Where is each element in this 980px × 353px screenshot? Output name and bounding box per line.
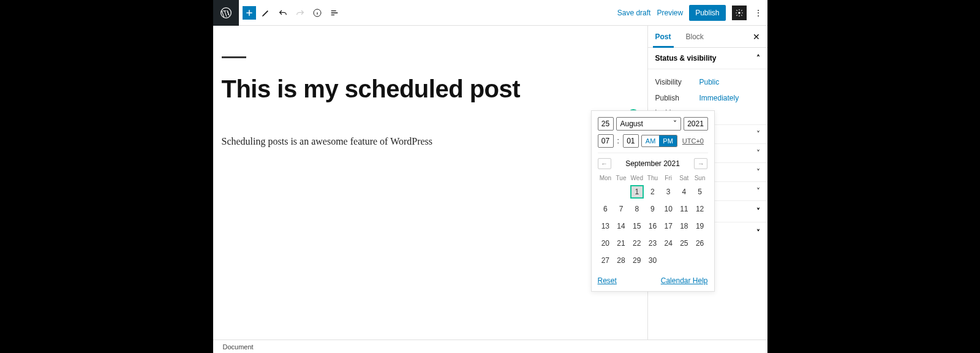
calendar-day[interactable]: 6 [598, 200, 614, 218]
calendar-day[interactable]: 14 [613, 218, 629, 235]
calendar-day[interactable]: 18 [676, 218, 692, 235]
tab-block[interactable]: Block [686, 26, 709, 47]
calendar-day[interactable]: 5 [692, 183, 708, 200]
publish-row: Publish Immediately [655, 90, 760, 106]
more-options-button[interactable]: ⋮ [753, 8, 764, 18]
calendar-day [676, 252, 692, 269]
date-month-select[interactable]: August ˅ [616, 117, 681, 131]
svg-point-2 [738, 12, 741, 14]
calendar-day[interactable]: 11 [676, 200, 692, 218]
publish-button[interactable]: Publish [689, 5, 725, 21]
am-option[interactable]: AM [642, 135, 660, 146]
next-month-button[interactable]: → [694, 158, 707, 169]
calendar-day[interactable]: 23 [645, 235, 661, 252]
calendar-day[interactable]: 22 [629, 235, 645, 252]
publish-value[interactable]: Immediately [699, 94, 739, 102]
redo-button[interactable] [293, 6, 307, 20]
calendar-day[interactable]: 24 [660, 235, 676, 252]
status-visibility-label: Status & visibility [655, 54, 717, 63]
statusbar: Document [213, 340, 767, 353]
calendar-day[interactable]: 3 [660, 183, 676, 200]
ampm-toggle[interactable]: AM PM [641, 135, 677, 147]
chevron-down-icon: ˅ [756, 187, 760, 195]
date-year-input[interactable] [684, 117, 708, 131]
editor-canvas[interactable]: This is my scheduled post Scheduling pos… [213, 26, 647, 340]
time-minute-input[interactable] [623, 134, 639, 148]
calendar-body: 1234567891011121314151617181920212223242… [598, 183, 708, 269]
undo-button[interactable] [276, 6, 290, 20]
calendar-day[interactable]: 13 [598, 218, 614, 235]
calendar-title: September 2021 [625, 159, 680, 168]
settings-button[interactable] [732, 6, 747, 20]
post-title[interactable]: This is my scheduled post [222, 75, 639, 103]
date-day-input[interactable] [598, 117, 614, 131]
breadcrumb[interactable]: Document [223, 343, 254, 351]
calendar-day[interactable]: 26 [692, 235, 708, 252]
time-hour-input[interactable] [598, 134, 614, 148]
calendar-day[interactable]: 29 [629, 252, 645, 269]
outline-button[interactable] [327, 6, 342, 20]
calendar-day [613, 183, 629, 200]
save-draft-button[interactable]: Save draft [617, 9, 651, 17]
prev-month-button[interactable]: ← [598, 158, 611, 169]
calendar-day[interactable]: 21 [613, 235, 629, 252]
chevron-down-icon: ˅ [756, 207, 760, 216]
calendar-day[interactable]: 15 [629, 218, 645, 235]
info-button[interactable] [310, 6, 325, 20]
calendar-separator [598, 153, 708, 153]
chevron-down-icon: ˅ [756, 130, 760, 139]
publish-label: Publish [655, 94, 699, 102]
chevron-down-icon: ˅ [673, 120, 677, 128]
visibility-value[interactable]: Public [699, 78, 720, 86]
calendar-day[interactable]: 1 [629, 183, 645, 200]
timezone-link[interactable]: UTC+0 [682, 137, 704, 145]
calendar-day[interactable]: 2 [645, 183, 661, 200]
calendar-day[interactable]: 27 [598, 252, 614, 269]
status-visibility-header[interactable]: Status & visibility ˄ [648, 48, 767, 69]
chevron-down-icon: ˅ [756, 229, 760, 237]
calendar-day[interactable]: 12 [692, 200, 708, 218]
calendar-day[interactable]: 19 [692, 218, 708, 235]
calendar-day[interactable]: 25 [676, 235, 692, 252]
sidebar-tabs: Post Block ✕ [648, 26, 767, 48]
wordpress-editor: Save draft Preview Publish ⋮ This is my … [213, 0, 767, 353]
calendar-dow: Thu [645, 173, 661, 183]
calendar-nav: ← September 2021 → [598, 158, 708, 169]
calendar-help-link[interactable]: Calendar Help [661, 276, 708, 285]
calendar-day [660, 252, 676, 269]
calendar-day[interactable]: 17 [660, 218, 676, 235]
chevron-up-icon: ˄ [756, 54, 760, 63]
pm-option[interactable]: PM [659, 135, 677, 146]
topbar: Save draft Preview Publish ⋮ [213, 0, 767, 26]
calendar-day[interactable]: 7 [613, 200, 629, 218]
calendar-reset-link[interactable]: Reset [598, 276, 617, 285]
calendar-dow: Mon [598, 173, 614, 183]
post-body[interactable]: Scheduling posts is an awesome feature o… [222, 136, 639, 147]
toolbar-right: Save draft Preview Publish ⋮ [617, 5, 767, 21]
preview-button[interactable]: Preview [657, 9, 683, 17]
edit-mode-button[interactable] [258, 6, 273, 20]
calendar-dow: Sun [692, 173, 708, 183]
info-icon [312, 8, 322, 18]
close-sidebar-button[interactable]: ✕ [753, 32, 760, 42]
calendar-week: 6789101112 [598, 200, 708, 218]
calendar-day[interactable]: 20 [598, 235, 614, 252]
wordpress-icon [220, 7, 232, 19]
calendar-dow: Tue [613, 173, 629, 183]
wordpress-logo[interactable] [213, 0, 239, 26]
calendar-day[interactable]: 10 [660, 200, 676, 218]
calendar-dow-row: MonTueWedThuFriSatSun [598, 173, 708, 183]
add-block-button[interactable] [243, 6, 256, 20]
visibility-label: Visibility [655, 78, 699, 86]
undo-icon [278, 8, 288, 18]
date-month-value: August [620, 120, 643, 128]
calendar-day[interactable]: 28 [613, 252, 629, 269]
calendar-day[interactable]: 30 [645, 252, 661, 269]
main: This is my scheduled post Scheduling pos… [213, 26, 767, 340]
calendar-day[interactable]: 4 [676, 183, 692, 200]
calendar-grid: MonTueWedThuFriSatSun 123456789101112131… [598, 173, 708, 269]
calendar-day[interactable]: 16 [645, 218, 661, 235]
tab-post[interactable]: Post [655, 26, 676, 47]
calendar-day[interactable]: 9 [645, 200, 661, 218]
calendar-day[interactable]: 8 [629, 200, 645, 218]
